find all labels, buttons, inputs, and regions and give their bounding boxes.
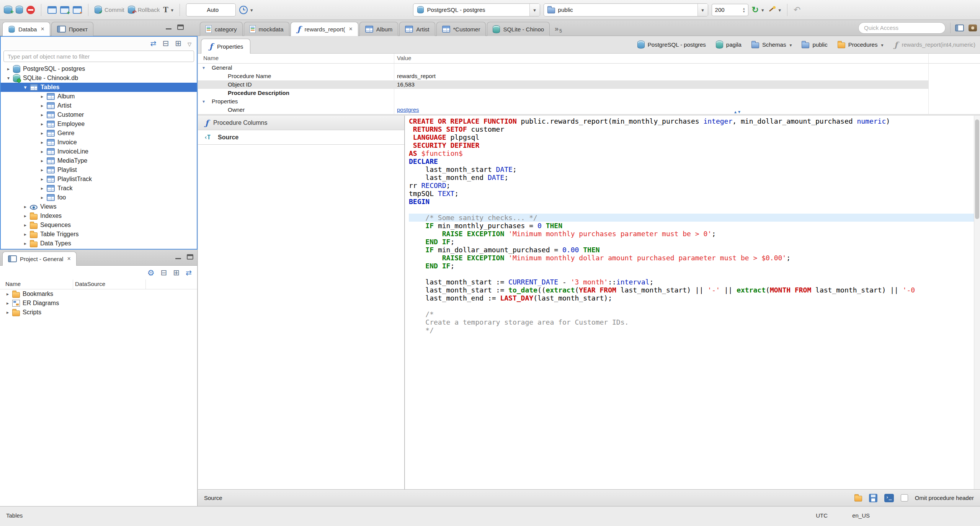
code-line[interactable]: SECURITY DEFINER xyxy=(409,141,974,149)
tree-item-views[interactable]: ▸Views xyxy=(1,202,197,211)
property-row-general[interactable]: ▾General xyxy=(198,64,980,72)
maximize-icon[interactable] xyxy=(177,25,184,30)
expand-all-icon[interactable] xyxy=(173,269,180,276)
tree-item-sqlite-chinook-db[interactable]: ▾SQLite - Chinook.db xyxy=(1,74,197,83)
code-line[interactable]: IF min_dollar_amount_purchased = 0.00 TH… xyxy=(409,246,974,254)
status-timezone[interactable]: UTC xyxy=(816,512,828,519)
tree-item-tables[interactable]: ▾Tables xyxy=(1,83,197,92)
editor-tab-artist[interactable]: Artist xyxy=(399,22,435,36)
quick-access-input[interactable] xyxy=(858,22,946,34)
expander-icon[interactable]: ▸ xyxy=(38,149,47,154)
editor-tab-rewards-report[interactable]: rewards_report( xyxy=(291,22,358,36)
breadcrumb-item-procedures[interactable]: Procedures xyxy=(838,41,884,48)
link-with-editor-icon[interactable] xyxy=(150,39,157,47)
tree-item-invoiceline[interactable]: ▸InvoiceLine xyxy=(1,147,197,156)
schema-combo[interactable]: public xyxy=(544,3,708,16)
expand-all-icon[interactable] xyxy=(175,39,181,47)
property-row-owner[interactable]: Ownerpostgres xyxy=(198,106,980,114)
code-line[interactable]: /* Some sanity checks... */ xyxy=(409,214,974,222)
code-line[interactable] xyxy=(409,270,974,278)
expander-icon[interactable]: ▸ xyxy=(38,103,47,108)
transaction-mode-button[interactable] xyxy=(163,5,173,14)
subtab-source[interactable]: Source xyxy=(198,130,404,145)
object-filter-input[interactable] xyxy=(3,51,194,62)
expander-icon[interactable]: ▸ xyxy=(3,301,12,306)
code-line[interactable]: CREATE OR REPLACE FUNCTION public.reward… xyxy=(409,117,974,125)
property-row-properties[interactable]: ▾Properties xyxy=(198,97,980,106)
project-item-scripts[interactable]: ▸Scripts xyxy=(0,308,197,317)
breadcrumb-item-postgresql-postgres[interactable]: PostgreSQL - postgres xyxy=(637,41,706,49)
expander-icon[interactable]: ▸ xyxy=(38,195,47,200)
property-row-object-id[interactable]: Object ID16,583 xyxy=(198,80,980,89)
tree-item-data-types[interactable]: ▸Data Types xyxy=(1,239,197,248)
expander-icon[interactable]: ▸ xyxy=(38,158,47,163)
tree-item-invoice[interactable]: ▸Invoice xyxy=(1,138,197,147)
code-line[interactable]: IF min_monthly_purchases = 0 THEN xyxy=(409,222,974,230)
code-line[interactable] xyxy=(409,206,974,214)
code-line[interactable]: RAISE EXCEPTION 'Minimum monthly purchas… xyxy=(409,230,974,238)
rollback-button[interactable]: Rollback xyxy=(128,6,160,14)
sql-editor-icon[interactable] xyxy=(47,6,57,14)
breadcrumb-item-public[interactable]: public xyxy=(802,41,827,48)
chevron-down-icon[interactable] xyxy=(880,41,883,48)
project-item-bookmarks[interactable]: ▸Bookmarks xyxy=(0,289,197,299)
tree-item-employee[interactable]: ▸Employee xyxy=(1,119,197,129)
tree-item-playlist[interactable]: ▸Playlist xyxy=(1,165,197,175)
save-icon[interactable] xyxy=(869,494,877,502)
breadcrumb-item-rewards-report-int4-numeric[interactable]: rewards_report(int4,numeric) xyxy=(893,40,975,49)
chevron-down-icon[interactable] xyxy=(789,41,792,48)
tree-item-sequences[interactable]: ▸Sequences xyxy=(1,221,197,230)
chevron-down-icon[interactable] xyxy=(697,4,708,16)
minimize-icon[interactable] xyxy=(165,25,172,30)
expander-icon[interactable]: ▸ xyxy=(21,222,30,228)
editor-tab-category[interactable]: category xyxy=(200,22,243,36)
expander-icon[interactable]: ▾ xyxy=(4,75,13,81)
new-sql-editor-icon[interactable] xyxy=(60,6,69,14)
close-icon[interactable] xyxy=(67,255,70,262)
tab-overflow[interactable]: 5 xyxy=(555,22,562,36)
maximize-icon[interactable] xyxy=(187,254,193,260)
disconnect-icon[interactable] xyxy=(26,6,35,14)
fetch-size-input[interactable] xyxy=(715,7,737,13)
omit-procedure-header-checkbox[interactable] xyxy=(901,494,908,501)
expander-icon[interactable]: ▸ xyxy=(38,112,47,118)
code-line[interactable]: BEGIN xyxy=(409,198,974,206)
tree-item-artist[interactable]: ▸Artist xyxy=(1,101,197,110)
wand-button[interactable] xyxy=(768,6,781,14)
code-line[interactable]: END IF; xyxy=(409,238,974,246)
fetch-size-stepper[interactable] xyxy=(712,4,748,16)
code-line[interactable]: LANGUAGE plpgsql xyxy=(409,133,974,141)
code-line[interactable]: last_month_end DATE; xyxy=(409,173,974,181)
code-line[interactable]: last_month_start DATE; xyxy=(409,165,974,173)
scrollbar-thumb[interactable] xyxy=(975,119,979,219)
expander-icon[interactable]: ▾ xyxy=(203,97,205,106)
source-code-viewer[interactable]: CREATE OR REPLACE FUNCTION public.reward… xyxy=(405,116,974,489)
expander-icon[interactable]: ▸ xyxy=(38,131,47,136)
chevron-down-icon[interactable] xyxy=(529,4,540,16)
dbeaver-perspective-icon[interactable] xyxy=(969,25,977,31)
expander-icon[interactable]: ▸ xyxy=(3,310,12,315)
property-row-procedure-name[interactable]: Procedure Namerewards_report xyxy=(198,72,980,80)
editor-tab-mockdata[interactable]: mockdata xyxy=(244,22,289,36)
auto-refresh-button[interactable] xyxy=(239,6,253,14)
tree-item-track[interactable]: ▸Track xyxy=(1,184,197,193)
tab-projects[interactable]: Проект xyxy=(51,22,93,36)
back-icon[interactable] xyxy=(794,6,800,14)
expander-icon[interactable]: ▸ xyxy=(21,241,30,246)
code-line[interactable]: DECLARE xyxy=(409,157,974,165)
expander-icon[interactable]: ▾ xyxy=(203,64,205,72)
refresh-button[interactable] xyxy=(752,6,764,14)
terminal-icon[interactable] xyxy=(884,494,894,502)
subtab-procedure-columns[interactable]: Procedure Columns xyxy=(198,116,404,130)
code-line[interactable]: END IF; xyxy=(409,262,974,270)
status-locale[interactable]: en_US xyxy=(852,512,870,519)
expander-icon[interactable]: ▸ xyxy=(38,140,47,145)
recent-sql-editor-icon[interactable] xyxy=(73,6,82,14)
expander-icon[interactable]: ▸ xyxy=(21,213,30,219)
tree-item-customer[interactable]: ▸Customer xyxy=(1,110,197,119)
view-menu-icon[interactable] xyxy=(188,39,191,47)
tab-database-navigator[interactable]: Databa xyxy=(2,22,50,36)
close-icon[interactable] xyxy=(41,26,44,33)
close-icon[interactable] xyxy=(349,26,352,33)
open-perspective-icon[interactable] xyxy=(955,25,964,31)
